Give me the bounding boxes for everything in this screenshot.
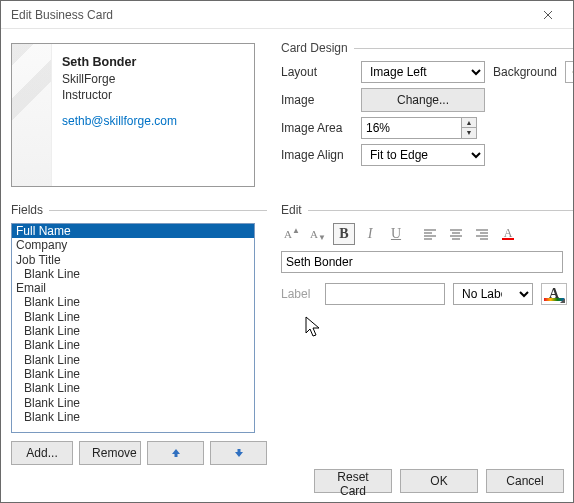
card-design-section: Card Design Layout Image Left Background… — [281, 39, 574, 187]
field-list-item[interactable]: Blank Line — [12, 338, 254, 352]
background-label: Background — [493, 65, 557, 79]
spinner-up[interactable]: ▲ — [461, 117, 477, 128]
field-list-item[interactable]: Blank Line — [12, 324, 254, 338]
image-align-select[interactable]: Fit to Edge — [361, 144, 485, 166]
reset-card-button[interactable]: Reset Card — [314, 469, 392, 493]
field-list-item[interactable]: Full Name — [12, 224, 254, 238]
increase-font-button[interactable]: A▲ — [281, 223, 303, 245]
image-align-label: Image Align — [281, 148, 353, 162]
edit-heading: Edit — [281, 203, 302, 217]
underline-button[interactable]: U — [385, 223, 407, 245]
fields-section: Fields Full NameCompanyJob TitleBlank Li… — [11, 201, 267, 465]
close-button[interactable] — [529, 2, 567, 28]
preview-name: Seth Bonder — [62, 54, 177, 71]
align-right-button[interactable] — [471, 223, 493, 245]
fields-heading: Fields — [11, 203, 43, 217]
image-label: Image — [281, 93, 353, 107]
spinner-down[interactable]: ▼ — [461, 128, 477, 139]
field-list-item[interactable]: Blank Line — [12, 381, 254, 395]
edit-section: Edit A▲ A▼ B I U A Label No Label A — [281, 201, 574, 465]
card-preview: Seth Bonder SkillForge Instructor sethb@… — [11, 43, 255, 187]
label-position-select[interactable]: No Label — [453, 283, 533, 305]
dialog-buttons: Reset Card OK Cancel — [0, 459, 574, 503]
align-left-button[interactable] — [419, 223, 441, 245]
field-list-item[interactable]: Blank Line — [12, 367, 254, 381]
fields-listbox[interactable]: Full NameCompanyJob TitleBlank LineEmail… — [11, 223, 255, 433]
decrease-font-button[interactable]: A▼ — [307, 223, 329, 245]
image-area-label: Image Area — [281, 121, 353, 135]
preview-company: SkillForge — [62, 71, 177, 87]
field-list-item[interactable]: Email — [12, 281, 254, 295]
field-list-item[interactable]: Blank Line — [12, 353, 254, 367]
preview-title: Instructor — [62, 87, 177, 103]
background-color-button[interactable] — [565, 61, 574, 83]
arrow-up-icon — [170, 447, 182, 459]
field-list-item[interactable]: Blank Line — [12, 295, 254, 309]
card-design-heading: Card Design — [281, 41, 348, 55]
field-list-item[interactable]: Blank Line — [12, 410, 254, 424]
title-bar: Edit Business Card — [1, 1, 573, 29]
bucket-icon — [570, 65, 574, 79]
italic-button[interactable]: I — [359, 223, 381, 245]
field-list-item[interactable]: Blank Line — [12, 310, 254, 324]
font-color-button[interactable]: A — [497, 223, 519, 245]
close-icon — [543, 10, 553, 20]
layout-select[interactable]: Image Left — [361, 61, 485, 83]
field-list-item[interactable]: Job Title — [12, 253, 254, 267]
field-value-input[interactable] — [281, 251, 563, 273]
ok-button[interactable]: OK — [400, 469, 478, 493]
label-caption: Label — [281, 287, 317, 301]
align-center-button[interactable] — [445, 223, 467, 245]
window-title: Edit Business Card — [11, 8, 113, 22]
image-area-input[interactable] — [361, 117, 461, 139]
arrow-down-icon — [233, 447, 245, 459]
field-list-item[interactable]: Company — [12, 238, 254, 252]
format-toolbar: A▲ A▼ B I U A — [281, 223, 574, 245]
bold-button[interactable]: B — [333, 223, 355, 245]
label-font-color-button[interactable]: A — [541, 283, 567, 305]
label-input[interactable] — [325, 283, 445, 305]
change-image-button[interactable]: Change... — [361, 88, 485, 112]
preview-email: sethb@skillforge.com — [62, 113, 177, 129]
cancel-button[interactable]: Cancel — [486, 469, 564, 493]
field-list-item[interactable]: Blank Line — [12, 396, 254, 410]
card-accent-image — [12, 44, 52, 186]
layout-label: Layout — [281, 65, 353, 79]
field-list-item[interactable]: Blank Line — [12, 267, 254, 281]
